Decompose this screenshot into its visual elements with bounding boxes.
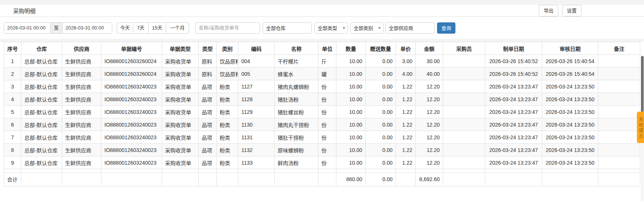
cell-类型: 品项 bbox=[199, 80, 217, 93]
cell-供应商: 生鲜供应商 bbox=[62, 156, 101, 169]
cell-金额: 12.20 bbox=[416, 106, 443, 118]
cell-编码: 1127 bbox=[238, 80, 275, 93]
cell-金额: 30.00 bbox=[416, 55, 443, 68]
cell-数量: 10.00 bbox=[336, 55, 366, 68]
title-bar: 采购明细 导出 设置 bbox=[0, 5, 644, 17]
cell-数量: 10.00 bbox=[336, 144, 366, 156]
cell-备注 bbox=[598, 106, 640, 118]
cell-仓库: 总部-默认仓库 bbox=[21, 80, 62, 93]
cell-单位 bbox=[318, 169, 336, 173]
quick-range-1month[interactable]: 一个月 bbox=[166, 22, 189, 34]
column-header: 赠送数量 bbox=[366, 42, 396, 55]
cell-采购员 bbox=[443, 55, 485, 68]
scrollbar-thumb[interactable] bbox=[641, 56, 644, 112]
chevron-down-icon: ∨ bbox=[378, 26, 381, 29]
date-from-input[interactable] bbox=[4, 22, 51, 34]
cell-金额: 12.20 bbox=[416, 118, 443, 131]
table-row[interactable]: 8总部-默认仓库生鲜供应商IO8880012603240023采购收货单品项粉类… bbox=[4, 144, 640, 156]
table-body: 1总部-默认仓库生鲜供应商IO8880012603260024采购收货单原料饮品… bbox=[4, 55, 640, 186]
cell-仓库: 总部-默认仓库 bbox=[21, 55, 62, 68]
table-row[interactable]: 3总部-默认仓库生鲜供应商IO8880012603240023采购收货单品项粉类… bbox=[4, 80, 640, 93]
cell-审核日期: 2026-03-24 13:23:50 bbox=[542, 80, 598, 93]
cell-序号: 4 bbox=[4, 93, 21, 106]
cell-数量: 10.00 bbox=[336, 106, 366, 118]
cell-制单日期 bbox=[485, 169, 542, 173]
cell-审核日期: 2026-03-26 15:40:54 bbox=[542, 55, 598, 68]
column-header: 名称 bbox=[275, 42, 318, 55]
cell-编码 bbox=[238, 173, 275, 186]
table-row[interactable]: 6总部-默认仓库生鲜供应商IO8880012603240023采购收货单品项粉类… bbox=[4, 118, 640, 131]
cell-单据类型: 采购收货单 bbox=[162, 106, 199, 118]
export-button[interactable]: 导出 bbox=[539, 5, 558, 16]
cell-仓库: 总部-默认仓库 bbox=[21, 144, 62, 156]
cell-数量: 10.00 bbox=[336, 156, 366, 169]
cell-审核日期: 2026-03-24 13:23:50 bbox=[542, 156, 598, 169]
cell-单据编号: IO8880012603240023 bbox=[101, 106, 162, 118]
cell-制单日期: 2026-03-24 13:23:47 bbox=[485, 131, 542, 144]
cell-单位 bbox=[318, 173, 336, 186]
cell-名称: 蜂蜜水 bbox=[275, 68, 318, 80]
cell-采购员 bbox=[443, 118, 485, 131]
cell-名称: 鲜肉汤粉 bbox=[275, 156, 318, 169]
cell-备注 bbox=[598, 55, 640, 68]
cell-名称: 干柠檬片 bbox=[275, 55, 318, 68]
section-gap bbox=[0, 39, 644, 42]
cell-仓库 bbox=[21, 173, 62, 186]
cell-单据类型 bbox=[162, 169, 199, 173]
cell-数量: 10.00 bbox=[336, 131, 366, 144]
type-select[interactable]: 全部类型 ∨ bbox=[314, 22, 348, 34]
cell-单据类型: 采购收货单 bbox=[162, 156, 199, 169]
cell-单位: 份 bbox=[318, 118, 336, 131]
column-header: 采购员 bbox=[443, 42, 485, 55]
cell-审核日期: 2026-03-24 13:23:50 bbox=[542, 144, 598, 156]
cell-采购员 bbox=[443, 68, 485, 80]
cell-类别: 粉类 bbox=[217, 144, 238, 156]
cell-备注 bbox=[598, 156, 640, 169]
cell-单据编号: IO8880012603260024 bbox=[101, 68, 162, 80]
table-row[interactable]: 2总部-默认仓库生鲜供应商IO8880012603260024采购收货单原料饮品… bbox=[4, 68, 640, 80]
cell-制单日期: 2026-03-24 13:23:47 bbox=[485, 80, 542, 93]
cell-审核日期: 2026-03-26 15:40:54 bbox=[542, 68, 598, 80]
cell-金额: 12.20 bbox=[416, 93, 443, 106]
quick-range-group: 今天7天15天一个月 bbox=[117, 22, 189, 34]
category-select[interactable]: 全部类别 ∨ bbox=[350, 22, 384, 34]
table-row[interactable]: 4总部-默认仓库生鲜供应商IO8880012603240023采购收货单品项粉类… bbox=[4, 93, 640, 106]
table-row[interactable]: 1总部-默认仓库生鲜供应商IO8880012603260024采购收货单原料饮品… bbox=[4, 55, 640, 68]
cell-类别: 饮品原料 bbox=[217, 55, 238, 68]
cell-编码: 1128 bbox=[238, 93, 275, 106]
column-header: 备注 bbox=[598, 42, 640, 55]
cell-赠送数量: 0.00 bbox=[366, 173, 396, 186]
system-tip-tab[interactable]: 系统提示 bbox=[637, 112, 644, 143]
table-row[interactable]: 9总部-默认仓库生鲜供应商IO8880012603240023采购收货单品项粉类… bbox=[4, 156, 640, 169]
cell-序号: 2 bbox=[4, 68, 21, 80]
quick-range-today[interactable]: 今天 bbox=[117, 22, 133, 34]
warehouse-input[interactable] bbox=[263, 22, 312, 34]
search-input[interactable] bbox=[195, 22, 260, 34]
column-header: 仓库 bbox=[21, 42, 62, 55]
settings-button[interactable]: 设置 bbox=[562, 5, 582, 16]
table-row[interactable]: 5总部-默认仓库生鲜供应商IO8880012603240023采购收货单品项粉类… bbox=[4, 106, 640, 118]
quick-range-15days[interactable]: 15天 bbox=[148, 22, 166, 34]
cell-制单日期: 2026-03-24 13:23:47 bbox=[485, 93, 542, 106]
cell-单价: 1.22 bbox=[396, 80, 416, 93]
cell-单据编号: IO8880012603260024 bbox=[101, 55, 162, 68]
date-to-input[interactable] bbox=[62, 22, 112, 34]
cell-制单日期: 2026-03-24 13:23:47 bbox=[485, 144, 542, 156]
cell-供应商: 生鲜供应商 bbox=[62, 131, 101, 144]
cell-供应商: 生鲜供应商 bbox=[62, 80, 101, 93]
column-header: 编码 bbox=[238, 42, 275, 55]
quick-range-7days[interactable]: 7天 bbox=[133, 22, 149, 34]
table-row[interactable]: 7总部-默认仓库生鲜供应商IO8880012603240023采购收货单品项粉类… bbox=[4, 131, 640, 144]
cell-供应商: 生鲜供应商 bbox=[62, 55, 101, 68]
supplier-input[interactable] bbox=[385, 22, 435, 34]
cell-类型: 品项 bbox=[199, 93, 217, 106]
cell-单据类型 bbox=[162, 173, 199, 186]
column-header: 单据类型 bbox=[162, 42, 199, 55]
cell-类型: 品项 bbox=[199, 131, 217, 144]
query-button[interactable]: 查询 bbox=[437, 22, 455, 34]
column-header: 制单日期 bbox=[485, 42, 542, 55]
cell-单价: 1.22 bbox=[396, 131, 416, 144]
page-top-strip bbox=[0, 0, 644, 5]
cell-单位: 份 bbox=[318, 131, 336, 144]
column-header: 单位 bbox=[318, 42, 336, 55]
